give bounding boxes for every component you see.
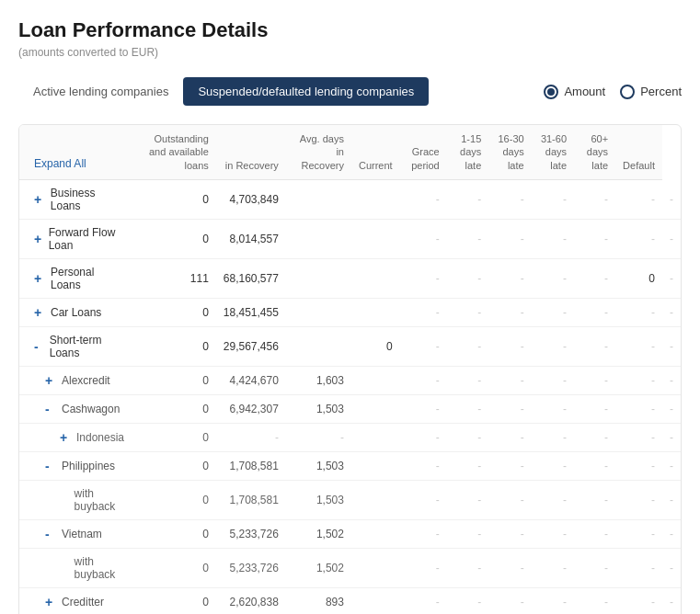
table-container: Expand All Outstanding and available loa… <box>18 124 682 614</box>
row-val-4: - <box>400 326 447 366</box>
row-label-cell: +Forward Flow Loan <box>19 219 134 258</box>
row-val-3 <box>351 451 400 480</box>
row-val-3 <box>351 519 400 548</box>
row-val-4: - <box>400 394 447 423</box>
row-val-5: - <box>447 423 489 451</box>
row-val-8: - <box>574 548 615 587</box>
table-row: +Personal Loans11168,160,577-----0- <box>19 258 681 298</box>
expand-icon[interactable]: + <box>45 373 58 388</box>
expand-icon[interactable]: + <box>34 192 47 207</box>
row-val-0: 0 <box>134 451 216 480</box>
row-val-1: 4,703,849 <box>216 179 286 219</box>
row-val-6: - <box>488 298 531 326</box>
expand-icon[interactable]: + <box>60 430 73 445</box>
row-val-9: - <box>615 298 662 326</box>
radio-percent[interactable]: Percent <box>620 85 682 99</box>
row-val-7: - <box>532 519 574 548</box>
row-val-5: - <box>447 258 489 298</box>
row-val-2: 1,502 <box>286 519 351 548</box>
row-val-7: - <box>532 480 574 519</box>
row-val-9: - <box>615 219 662 258</box>
row-val-6: - <box>488 548 531 587</box>
row-val-2 <box>286 258 351 298</box>
row-val-10: - <box>662 298 681 326</box>
row-val-9: - <box>615 179 662 219</box>
row-val-6: - <box>488 326 531 366</box>
row-label-cell: +Indonesia <box>19 423 134 451</box>
row-val-9: - <box>615 519 662 548</box>
row-val-1: 68,160,577 <box>216 258 286 298</box>
collapse-icon[interactable]: - <box>34 339 46 354</box>
row-val-0: 0 <box>134 480 216 519</box>
row-label-text: Personal Loans <box>51 266 127 291</box>
row-val-2 <box>286 219 351 258</box>
row-val-3 <box>351 423 400 451</box>
collapse-icon[interactable]: - <box>45 459 58 473</box>
row-val-3 <box>351 258 400 298</box>
row-val-8: - <box>574 587 615 614</box>
expand-icon[interactable]: + <box>34 232 45 246</box>
row-label-cell: -Cashwagon <box>19 394 134 423</box>
row-val-3 <box>351 394 400 423</box>
collapse-icon[interactable]: - <box>45 527 58 541</box>
expand-icon[interactable]: + <box>45 595 58 609</box>
row-label-text: with buyback <box>75 487 128 513</box>
table-row: +Alexcredit04,424,6701,603------- <box>19 366 681 394</box>
row-label-cell: -Philippines <box>19 451 134 480</box>
row-val-8: - <box>574 179 615 219</box>
page-container: Loan Performance Details (amounts conver… <box>0 0 700 614</box>
row-val-3 <box>351 298 400 326</box>
row-val-5: - <box>447 587 489 614</box>
row-val-3 <box>351 548 400 587</box>
row-val-1: 6,942,307 <box>216 394 286 423</box>
row-label-text: Business Loans <box>51 187 127 212</box>
row-val-3 <box>351 480 400 519</box>
th-outstanding: Outstanding and available loans <box>134 125 216 179</box>
collapse-icon[interactable]: - <box>45 402 58 416</box>
row-label-cell: with buyback <box>19 548 134 587</box>
row-val-1: 5,233,726 <box>216 519 286 548</box>
row-val-6: - <box>488 179 531 219</box>
loan-table: Expand All Outstanding and available loa… <box>19 125 681 614</box>
row-label-cell: +Personal Loans <box>19 258 134 298</box>
tab-bar: Active lending companies Suspended/defau… <box>18 77 682 106</box>
th-d31-60: 31-60 days late <box>532 125 574 179</box>
row-val-1: 29,567,456 <box>216 326 286 366</box>
row-label-text: Forward Flow Loan <box>49 226 128 252</box>
tab-active-companies[interactable]: Active lending companies <box>18 77 183 106</box>
row-val-3 <box>351 219 400 258</box>
th-avg-days: Avg. days in Recovery <box>286 125 351 179</box>
row-val-0: 0 <box>134 587 216 614</box>
row-val-0: 111 <box>134 258 216 298</box>
row-val-6: - <box>488 219 531 258</box>
row-label-cell: +Car Loans <box>19 298 134 326</box>
row-label-text: Creditter <box>62 596 104 608</box>
row-val-5: - <box>447 366 489 394</box>
row-val-6: - <box>488 258 531 298</box>
expand-icon[interactable]: + <box>34 271 47 286</box>
th-d16-30: 16-30 days late <box>488 125 531 179</box>
row-val-2: 1,603 <box>286 366 351 394</box>
row-val-5: - <box>447 219 489 258</box>
row-val-4: - <box>400 258 447 298</box>
row-label-text: Vietnam <box>62 528 102 540</box>
row-val-2: 1,502 <box>286 548 351 587</box>
expand-icon[interactable]: + <box>34 305 47 320</box>
table-row: with buyback01,708,5811,503------- <box>19 480 681 519</box>
row-val-1: 2,620,838 <box>216 587 286 614</box>
row-val-10: - <box>662 451 681 480</box>
row-val-9: - <box>615 326 662 366</box>
row-label-text: Indonesia <box>76 431 124 444</box>
radio-amount[interactable]: Amount <box>544 85 605 99</box>
th-grace: Grace period <box>400 125 447 179</box>
row-val-7: - <box>532 298 574 326</box>
expand-all-button[interactable]: Expand All <box>34 157 86 170</box>
row-val-4: - <box>400 548 447 587</box>
row-val-0: 0 <box>134 423 216 451</box>
row-val-7: - <box>532 366 574 394</box>
row-val-7: - <box>532 326 574 366</box>
th-d1-15: 1-15 days late <box>447 125 489 179</box>
row-val-4: - <box>400 423 447 451</box>
tab-suspended-companies[interactable]: Suspended/defaulted lending companies <box>183 77 429 106</box>
row-val-0: 0 <box>134 298 216 326</box>
